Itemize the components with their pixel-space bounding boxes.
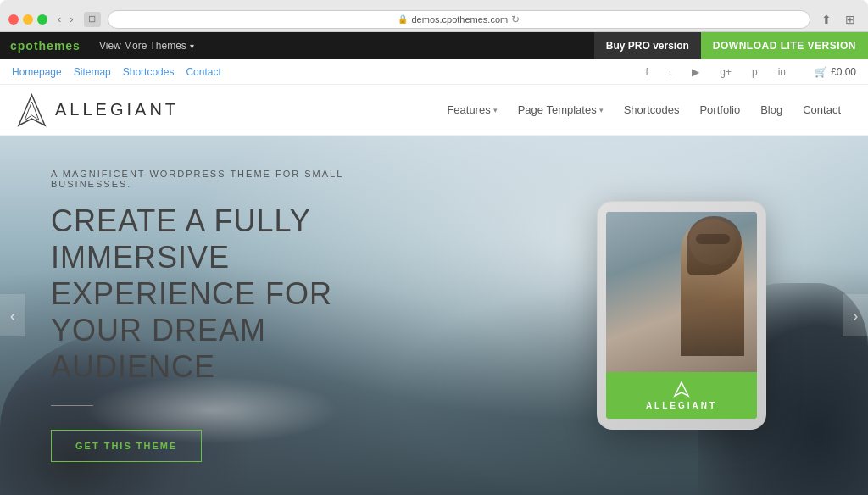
hero-subtitle: A MAGNIFICENT WORDPRESS THEME FOR SMALL … — [51, 169, 390, 189]
menu-shortcodes-label: Shortcodes — [624, 103, 680, 116]
menu-features-label: Features — [447, 103, 490, 116]
menu-blog-label: Blog — [760, 103, 782, 116]
tablet-mockup: ALLEGIANT — [597, 201, 766, 430]
nav-sitemap-link[interactable]: Sitemap — [74, 66, 111, 78]
tablet-screen: ALLEGIANT — [606, 212, 757, 419]
maximize-button[interactable] — [37, 14, 47, 25]
logo-area: ALLEGIANT — [17, 93, 179, 127]
chevron-left-icon: ‹ — [10, 306, 16, 325]
traffic-lights — [8, 14, 47, 25]
menu-contact-label: Contact — [803, 103, 841, 116]
cart-total: £0.00 — [831, 66, 856, 78]
menu-page-templates-label: Page Templates — [518, 103, 597, 116]
chevron-page-templates-icon: ▾ — [599, 106, 604, 114]
url-text: demos.cpothemes.com — [411, 14, 508, 25]
social-icons: f t ▶ g+ p in 🛒 £0.00 — [646, 66, 856, 78]
chevron-down-icon: ▾ — [190, 42, 194, 51]
hero-divider — [51, 405, 93, 406]
address-bar[interactable]: 🔒 demos.cpothemes.com ↻ — [108, 10, 810, 29]
main-nav: ALLEGIANT Features ▾ Page Templates ▾ Sh… — [0, 85, 868, 136]
tablet-footer: ALLEGIANT — [606, 372, 757, 419]
close-button[interactable] — [8, 14, 19, 25]
nav-contact-link[interactable]: Contact — [186, 66, 220, 78]
tablet-logo-icon — [673, 381, 690, 398]
hero-prev-button[interactable]: ‹ — [0, 294, 25, 336]
refresh-icon[interactable]: ↻ — [511, 14, 520, 25]
menu-item-features[interactable]: Features ▾ — [437, 85, 507, 136]
chevron-features-icon: ▾ — [493, 106, 498, 114]
cart-info[interactable]: 🛒 £0.00 — [815, 66, 856, 78]
window-control[interactable]: ⊟ — [84, 12, 101, 27]
menu-item-portfolio[interactable]: Portfolio — [689, 85, 750, 136]
tablet-outer: ALLEGIANT — [597, 201, 766, 430]
share-button[interactable]: ⬆ — [817, 10, 836, 29]
hero-content: A MAGNIFICENT WORDPRESS THEME FOR SMALL … — [0, 169, 441, 463]
view-more-themes-button[interactable]: View More Themes ▾ — [89, 32, 204, 59]
buy-pro-button[interactable]: Buy PRO version — [594, 32, 701, 59]
admin-bar: cpothemes View More Themes ▾ Buy PRO ver… — [0, 32, 868, 59]
facebook-icon[interactable]: f — [646, 66, 648, 78]
admin-bar-right: Buy PRO version DOWNLOAD LITE VERSION — [594, 32, 868, 59]
menu-portfolio-label: Portfolio — [699, 103, 740, 116]
menu-item-contact[interactable]: Contact — [793, 85, 851, 136]
pinterest-icon[interactable]: p — [752, 66, 758, 78]
twitter-icon[interactable]: t — [669, 66, 671, 78]
page-wrapper: cpothemes View More Themes ▾ Buy PRO ver… — [0, 32, 868, 495]
hero-title: CREATE A FULLY IMMERSIVE EXPERIENCE FOR … — [51, 203, 390, 386]
hero-section: ‹ A MAGNIFICENT WORDPRESS THEME FOR SMAL… — [0, 136, 868, 495]
tablet-theme-name: ALLEGIANT — [646, 401, 717, 410]
secondary-nav: Homepage Sitemap Shortcodes Contact f t … — [0, 59, 868, 85]
back-button[interactable]: ‹ — [54, 11, 64, 27]
download-lite-button[interactable]: DOWNLOAD LITE VERSION — [701, 32, 868, 59]
lock-icon: 🔒 — [398, 14, 408, 24]
browser-chrome: ‹ › ⊟ 🔒 demos.cpothemes.com ↻ ⬆ ⊞ — [0, 0, 868, 32]
linkedin-icon[interactable]: in — [778, 66, 786, 78]
minimize-button[interactable] — [23, 14, 33, 25]
logo-icon — [17, 93, 47, 127]
hero-cta-button[interactable]: GET THIS THEME — [51, 430, 202, 462]
main-menu: Features ▾ Page Templates ▾ Shortcodes P… — [437, 85, 851, 136]
new-tab-button[interactable]: ⊞ — [841, 10, 860, 29]
forward-button[interactable]: › — [66, 11, 76, 27]
cart-icon: 🛒 — [815, 66, 827, 78]
tablet-image — [606, 212, 757, 372]
nav-shortcodes-link[interactable]: Shortcodes — [123, 66, 175, 78]
googleplus-icon[interactable]: g+ — [720, 66, 732, 78]
youtube-icon[interactable]: ▶ — [692, 66, 699, 78]
cpo-logo: cpothemes — [10, 39, 81, 53]
nav-homepage-link[interactable]: Homepage — [12, 66, 62, 78]
hero-next-button[interactable]: › — [843, 294, 868, 336]
chevron-right-icon: › — [853, 306, 859, 325]
browser-actions: ⬆ ⊞ — [817, 10, 860, 29]
logo-text: ALLEGIANT — [55, 100, 179, 120]
nav-arrows: ‹ › — [54, 11, 77, 27]
menu-item-page-templates[interactable]: Page Templates ▾ — [508, 85, 614, 136]
menu-item-shortcodes[interactable]: Shortcodes — [614, 85, 690, 136]
menu-item-blog[interactable]: Blog — [750, 85, 793, 136]
view-more-label: View More Themes — [99, 40, 186, 52]
